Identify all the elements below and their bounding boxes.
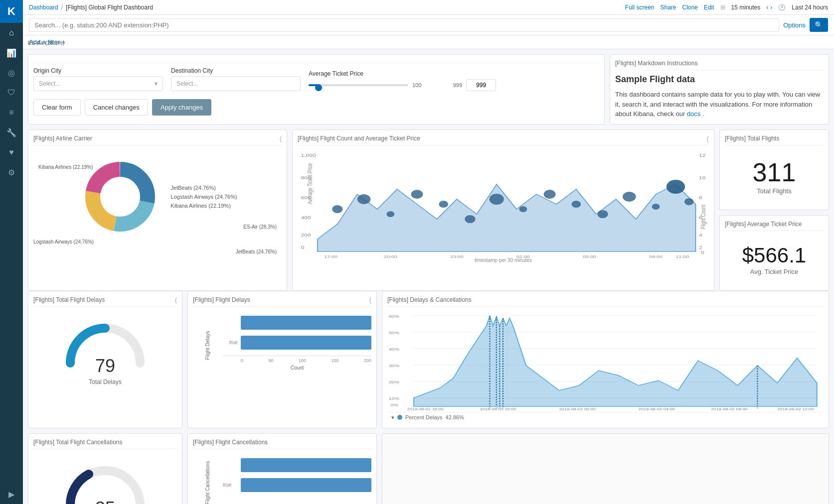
- airline-chart-area: ES-Air (28.3%) JetBeats (24.76%) Logstas…: [33, 149, 282, 244]
- svg-text:23:00: 23:00: [450, 254, 464, 258]
- total-cancellations-panel: [Flights] Total Flight Cancellations 35: [28, 433, 182, 504]
- cancellations-gauge-container: 35: [33, 453, 177, 504]
- origin-city-placeholder: Select...: [39, 80, 60, 87]
- bar-row-1: [223, 316, 371, 330]
- sidebar-item-discover[interactable]: ◎: [0, 63, 23, 83]
- cancellations-y-label: Flight Cancellations: [193, 458, 223, 504]
- sidebar-item-tools[interactable]: 🔧: [0, 123, 23, 142]
- total-cancellations-value: 35: [95, 498, 115, 504]
- sidebar-item-home[interactable]: ⌂: [0, 23, 23, 43]
- svg-text:200: 200: [301, 232, 311, 237]
- svg-point-30: [652, 204, 660, 210]
- svg-text:⌄: ⌄: [501, 404, 505, 409]
- sidebar-item-shield[interactable]: 🛡: [0, 83, 23, 103]
- svg-point-28: [597, 210, 608, 218]
- origin-city-select[interactable]: Select... ▾: [33, 76, 163, 91]
- svg-text:40%: 40%: [389, 347, 399, 351]
- total-flights-panel: [Flights] Total Flights 311 Total Flight…: [719, 129, 829, 210]
- svg-text:⌄: ⌄: [755, 404, 760, 409]
- cancel-changes-button[interactable]: Cancel changes: [85, 99, 148, 116]
- airline-carrier-panel: [Flights] Airline Carrier ⟨ ES-Air (28.3…: [28, 129, 287, 291]
- search-input[interactable]: [29, 18, 779, 32]
- svg-text:2018-08-02 04:00: 2018-08-02 04:00: [639, 407, 675, 410]
- total-flights-title: [Flights] Total Flights: [725, 135, 824, 145]
- cancellations-bars: true: [223, 458, 371, 504]
- breadcrumb-dashboard[interactable]: Dashboard: [29, 4, 58, 11]
- sidebar-item-settings[interactable]: ⚙: [0, 162, 23, 182]
- flight-count-expand-icon[interactable]: ⟨: [706, 135, 709, 143]
- cancellations-gauge-chart: [60, 458, 150, 504]
- cancel-bar-2-label: true: [223, 482, 238, 488]
- flight-delays-expand[interactable]: ⟨: [369, 296, 371, 304]
- legend-kibana: Kibana Airlines (22.19%): [170, 203, 237, 209]
- topbar: Dashboard / [Flights] Global Flight Dash…: [23, 0, 834, 15]
- markdown-docs-link[interactable]: docs: [687, 110, 700, 118]
- options-link[interactable]: Options: [783, 21, 806, 29]
- total-delays-title: [Flights] Total Flight Delays ⟨: [33, 296, 177, 307]
- bar-x-axis: 0 50 100 150 200: [223, 356, 371, 363]
- svg-text:0: 0: [301, 245, 305, 250]
- time-prev-arrow[interactable]: ‹: [766, 4, 768, 11]
- svg-text:2018-08-02 08:00: 2018-08-02 08:00: [711, 407, 748, 410]
- dest-city-select[interactable]: Select...: [171, 76, 301, 91]
- sidebar-item-play[interactable]: ▶: [0, 484, 23, 504]
- share-button[interactable]: Share: [661, 4, 676, 11]
- bar-tick-0: 0: [241, 358, 243, 363]
- svg-text:17:00: 17:00: [324, 254, 337, 258]
- time-next-arrow[interactable]: ›: [770, 4, 772, 11]
- bar-1-fill: [241, 316, 371, 330]
- price-slider-container: 100 999: [309, 79, 599, 91]
- avg-ticket-value: $566.1: [742, 245, 806, 266]
- total-delays-expand[interactable]: ⟨: [174, 296, 177, 304]
- fullscreen-button[interactable]: Full screen: [625, 4, 655, 11]
- svg-point-21: [411, 190, 423, 199]
- clone-button[interactable]: Clone: [682, 4, 698, 11]
- sidebar: K ⌂ 📊 ◎ 🛡 ≡ 🔧 ♥ ⚙ ▶: [0, 0, 23, 504]
- svg-point-27: [572, 201, 581, 208]
- sidebar-logo[interactable]: K: [0, 0, 23, 23]
- svg-point-24: [490, 194, 504, 205]
- controls-row: Origin City Select... ▾ Destination City…: [33, 67, 599, 91]
- total-flights-label: Total Flights: [757, 187, 791, 195]
- bar-2-fill: [241, 336, 371, 350]
- search-button[interactable]: 🔍: [810, 18, 828, 32]
- delays-cancellations-chart: 60% 50% 40% 30% 20% 10% 0% 2018-08-01 16…: [387, 311, 824, 410]
- svg-text:Flight Count: Flight Count: [700, 205, 707, 229]
- flight-delays-title: [Flights] Flight Delays ⟨: [193, 296, 371, 307]
- svg-text:60%: 60%: [389, 314, 399, 318]
- time-interval[interactable]: 15 minutes: [731, 4, 761, 11]
- sidebar-item-monitor[interactable]: ♥: [0, 142, 23, 162]
- sidebar-item-list[interactable]: ≡: [0, 103, 23, 123]
- slider-thumb[interactable]: [315, 84, 322, 91]
- svg-point-23: [465, 215, 475, 223]
- flight-count-chart: 1,000 800 600 400 200 0 12 10 8 6 4 2 0: [298, 149, 709, 259]
- delays-legend-toggle[interactable]: ▾: [391, 414, 394, 421]
- apply-changes-button[interactable]: Apply changes: [152, 99, 211, 116]
- price-slider-track[interactable]: [309, 80, 408, 90]
- main-content: Dashboard / [Flights] Global Flight Dash…: [23, 0, 834, 504]
- svg-text:11:00: 11:00: [675, 254, 689, 258]
- row1: [Flights] Airline Carrier ⟨ ES-Air (28.3…: [23, 125, 834, 291]
- row3: [Flights] Total Flight Cancellations 35 …: [23, 433, 834, 504]
- clear-form-button[interactable]: Clear form: [33, 99, 81, 116]
- svg-text:08:00: 08:00: [649, 254, 663, 258]
- cancel-bar-2: true: [223, 478, 371, 492]
- slider-labels-area: 100 999: [412, 82, 462, 88]
- dest-city-label: Destination City: [171, 67, 301, 74]
- buttons-row: Clear form Cancel changes Apply changes: [33, 99, 599, 116]
- markdown-body: This dashboard contains sample data for …: [615, 90, 824, 119]
- svg-point-26: [544, 190, 556, 199]
- price-max-input[interactable]: [466, 79, 496, 91]
- svg-text:400: 400: [301, 215, 311, 220]
- svg-text:8: 8: [699, 195, 702, 200]
- airline-expand-icon[interactable]: ⟨: [279, 135, 282, 143]
- svg-text:⌄: ⌄: [488, 404, 493, 409]
- edit-button[interactable]: Edit: [704, 4, 714, 11]
- controls-area: Origin City Select... ▾ Destination City…: [23, 49, 834, 125]
- sidebar-item-charts[interactable]: 📊: [0, 43, 23, 63]
- row3-right-panel: [382, 433, 829, 504]
- bar-2-label: true: [223, 340, 238, 345]
- avg-ticket-label: Avg. Ticket Price: [750, 268, 799, 275]
- avg-ticket-value-container: $566.1 Avg. Ticket Price: [725, 235, 824, 285]
- time-range[interactable]: Last 24 hours: [792, 4, 828, 11]
